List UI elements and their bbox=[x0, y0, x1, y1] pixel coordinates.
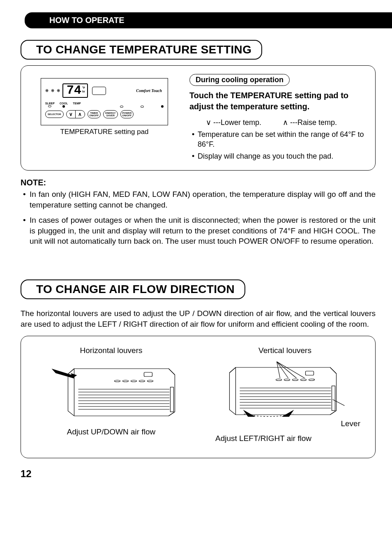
instruction-text: Touch the TEMPERATURE setting pad to adj… bbox=[189, 90, 368, 112]
airflow-intro: The horizontal louvers are used to adjus… bbox=[21, 308, 376, 329]
instruction-column: During cooling operation Touch the TEMPE… bbox=[189, 74, 368, 163]
note-item: In cases of power outages or when the un… bbox=[21, 215, 376, 247]
svg-rect-14 bbox=[171, 387, 174, 412]
svg-rect-0 bbox=[144, 372, 152, 376]
lever-label: Lever bbox=[206, 419, 364, 428]
svg-point-20 bbox=[293, 379, 298, 381]
svg-line-35 bbox=[277, 362, 305, 378]
horizontal-louvers-column: Horizontal louvers bbox=[32, 346, 190, 443]
svg-line-36 bbox=[333, 399, 345, 406]
header-title: HOW TO OPERATE bbox=[49, 16, 125, 25]
chevron-up-icon: ∧ bbox=[283, 118, 288, 127]
temperature-panel: ❋ ❋ ❋ 74 °F hr Comfort Touch SLEEP COOL … bbox=[21, 65, 376, 171]
svg-marker-38 bbox=[282, 410, 294, 417]
svg-point-18 bbox=[276, 379, 282, 381]
svg-marker-37 bbox=[243, 410, 256, 417]
svg-point-22 bbox=[309, 379, 315, 381]
note-list: In fan only (HIGH FAN, MED FAN, LOW FAN)… bbox=[21, 189, 376, 247]
temp-value: 74 bbox=[67, 85, 81, 96]
airflow-panel: Horizontal louvers bbox=[21, 336, 376, 458]
brand-label: Comfort Touch bbox=[136, 88, 164, 93]
horizontal-louvers-label: Horizontal louvers bbox=[32, 346, 190, 355]
led-sleep: SLEEP bbox=[45, 102, 55, 108]
temp-down-button: ∨ bbox=[67, 111, 76, 118]
page-header: HOW TO OPERATE bbox=[25, 12, 392, 28]
ac-unit-horizontal-illustration bbox=[32, 358, 190, 420]
svg-rect-17 bbox=[306, 371, 314, 375]
svg-point-19 bbox=[284, 379, 290, 381]
led-indicator bbox=[161, 105, 164, 108]
note-item: In fan only (HIGH FAN, MED FAN, LOW FAN)… bbox=[21, 189, 376, 210]
button-row: SELECTOR ∨ ∧ TIMERON/OFF ENERGYSAVER POW… bbox=[45, 110, 164, 118]
lower-temp-text: ---Lower temp. bbox=[213, 118, 261, 127]
svg-point-3 bbox=[131, 380, 137, 382]
led-cool: COOL bbox=[60, 102, 68, 108]
section-title-temperature: TO CHANGE TEMPERATURE SETTING bbox=[21, 40, 262, 60]
vertical-louvers-label: Vertical louvers bbox=[206, 346, 364, 355]
svg-point-4 bbox=[139, 380, 145, 382]
arrow-legend: ∨ ---Lower temp. ∧ ---Raise temp. bbox=[206, 118, 368, 127]
temp-pad-group: ∨ ∧ bbox=[66, 110, 85, 118]
led-temp: TEMP bbox=[73, 102, 81, 108]
leftright-caption: Adjust LEFT/RIGHT air flow bbox=[215, 434, 364, 443]
section-title-airflow: TO CHANGE AIR FLOW DIRECTION bbox=[21, 279, 245, 299]
fan-icon: ❋ bbox=[51, 88, 54, 93]
bullet-item: Temperature can be set within the range … bbox=[192, 129, 368, 150]
vertical-louvers-column: Vertical louvers bbox=[206, 346, 364, 443]
svg-point-5 bbox=[148, 380, 153, 382]
chevron-down-icon: ∨ bbox=[206, 118, 211, 127]
svg-point-21 bbox=[301, 379, 307, 381]
control-panel-box: ❋ ❋ ❋ 74 °F hr Comfort Touch SLEEP COOL … bbox=[41, 78, 168, 125]
note-heading: NOTE: bbox=[21, 178, 376, 187]
svg-point-1 bbox=[115, 380, 120, 382]
display-row: ❋ ❋ ❋ 74 °F hr Comfort Touch bbox=[45, 83, 164, 98]
raise-temp-text: ---Raise temp. bbox=[290, 118, 337, 127]
operation-badge: During cooling operation bbox=[189, 74, 290, 86]
ac-unit-vertical-illustration bbox=[206, 358, 364, 420]
bullet-item: Display will change as you touch the pad… bbox=[192, 151, 368, 161]
temp-display: 74 °F hr bbox=[62, 83, 88, 98]
updown-caption: Adjust UP/DOWN air flow bbox=[32, 427, 190, 436]
info-bullets: Temperature can be set within the range … bbox=[192, 129, 368, 161]
svg-rect-31 bbox=[332, 386, 335, 411]
led-row: SLEEP COOL TEMP bbox=[45, 102, 164, 108]
energy-button: ENERGYSAVER bbox=[103, 110, 118, 118]
svg-point-2 bbox=[123, 380, 129, 382]
selector-button: SELECTOR bbox=[45, 111, 64, 118]
page-number: 12 bbox=[21, 468, 376, 480]
svg-marker-15 bbox=[52, 369, 74, 379]
fan-icon: ❋ bbox=[45, 88, 48, 93]
temp-up-button: ∧ bbox=[76, 111, 85, 118]
mini-display bbox=[92, 87, 106, 95]
fan-icon: ❋ bbox=[57, 88, 60, 93]
diagram-caption: TEMPERATURE setting pad bbox=[28, 128, 180, 136]
control-panel-diagram: ❋ ❋ ❋ 74 °F hr Comfort Touch SLEEP COOL … bbox=[28, 74, 180, 163]
led-indicator bbox=[120, 106, 123, 108]
unit-stack: °F hr bbox=[82, 85, 85, 93]
power-button: POWERON/OFF bbox=[120, 110, 134, 118]
timer-button: TIMERON/OFF bbox=[88, 110, 101, 118]
led-indicator bbox=[141, 106, 144, 108]
